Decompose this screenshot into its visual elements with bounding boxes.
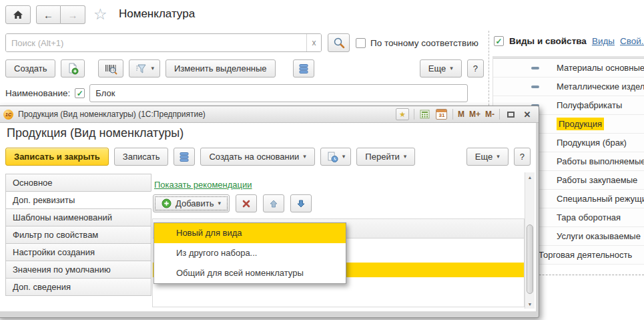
close-button[interactable]: ✕ [521,108,533,120]
tab-dop-rekvizity[interactable]: Доп. реквизиты [5,191,151,209]
side-panel-header: ✓ Виды и свойства Виды Свой... [494,36,644,46]
delete-x-icon [242,199,251,208]
dash-icon [531,86,539,88]
name-filter-input[interactable] [89,84,468,102]
home-button[interactable] [5,5,31,24]
close-icon: ✕ [524,110,531,120]
types-props-checkbox[interactable]: ✓ [494,36,504,46]
calendar-icon: 31 [436,109,447,120]
search-input[interactable] [6,34,306,51]
list-item-label: Услуги оказываемые [557,231,641,241]
exact-match-checkbox[interactable] [356,38,366,48]
filter-icon [135,63,147,74]
forward-icon: → [68,9,78,21]
save-and-close-button[interactable]: Записать и закрыть [5,148,109,166]
save-and-close-label: Записать и закрыть [14,152,100,162]
memory-mminus-button[interactable]: M- [485,110,495,119]
create-based-on-label: Создать на основании [209,152,299,162]
scroll-down-arrow[interactable]: ▼ [525,299,535,309]
search-button[interactable] [328,33,350,52]
scrollbar-thumb[interactable] [527,224,533,294]
create-based-on-button[interactable]: Создать на основании ▾ [200,148,314,166]
copy-history-button[interactable]: ▾ [320,148,352,166]
save-label: Записать [123,152,160,162]
menu-item-new-for-type[interactable]: Новый для вида [154,223,346,243]
tab-osnovnoe[interactable]: Основное [5,174,151,192]
search-icon [333,37,345,49]
add-favorite-button[interactable]: ★ [396,108,409,120]
move-up-button[interactable] [263,194,284,212]
tab-shablony-naimenovaniy[interactable]: Шаблоны наименований [5,208,151,226]
list-item-label: Материалы основные [557,63,644,73]
tab-filtr-po-svoystvam[interactable]: Фильтр по свойствам [5,226,151,244]
calendar-button[interactable]: 31 [436,108,448,120]
clear-search-button[interactable]: x [306,34,321,51]
panel-separator [489,31,489,106]
forward-button[interactable]: → [61,5,85,24]
list-settings-button[interactable] [174,148,195,166]
add-dropdown-menu: Новый для вида Из другого набора... Общи… [153,222,346,284]
modal-content: Продукция (Вид номенклатуры) Записать и … [0,123,536,311]
app-root: ← → ☆ Номенклатура x По точному соответс… [0,0,644,320]
memory-m-button[interactable]: M [458,110,464,119]
edit-selected-label: Изменить выделенные [174,63,267,73]
modal-tabs: Основное Доп. реквизиты Шаблоны наименов… [5,174,151,296]
menu-item-from-other-set[interactable]: Из другого набора... [154,243,346,263]
more-button[interactable]: Еще ▾ [420,59,462,77]
history-nav: ← → [36,5,85,24]
list-item[interactable]: Материалы основные [493,59,644,77]
goto-button[interactable]: Перейти ▾ [356,148,415,166]
modal-titlebar[interactable]: 1С Продукция (Вид номенклатуры) (1С:Пред… [0,106,539,123]
chevron-down-icon: ▾ [497,154,500,160]
maximize-button[interactable] [505,108,517,120]
properties-link[interactable]: Свой... [620,36,644,46]
move-down-button[interactable] [290,194,312,212]
back-button[interactable]: ← [36,5,61,24]
1c-logo-icon: 1С [3,110,13,120]
titlebar-separator [452,109,453,120]
more-button[interactable]: Еще ▾ [466,148,509,166]
check-icon: ✓ [495,37,502,45]
document-clock-icon [326,151,338,163]
help-button[interactable]: ? [514,148,531,166]
chevron-down-icon: ▾ [303,154,306,160]
vertical-scrollbar[interactable]: ▲ ▼ [525,172,535,309]
name-filter-checkbox[interactable]: ✓ [75,88,85,98]
create-group-button[interactable] [61,59,85,77]
memory-mplus-button[interactable]: M+ [469,110,480,119]
search-box: x [5,33,322,52]
favorite-star-icon[interactable]: ☆ [93,5,107,23]
modal-toolbar: Записать и закрыть Записать [5,148,531,166]
list-settings-button[interactable] [293,59,314,77]
filter-button[interactable]: ▾ [129,59,160,77]
edit-selected-button[interactable]: Изменить выделенные [166,59,276,77]
list-item-label: Работы выполняемые [557,156,644,166]
help-button[interactable]: ? [467,59,484,77]
name-filter-row: Наименование: ✓ [5,84,468,102]
menu-item-common-for-all[interactable]: Общий для всей номенклатуры [154,263,346,283]
chevron-down-icon: ▾ [450,65,453,71]
save-button[interactable]: Записать [114,148,169,166]
arrow-down-icon [296,199,306,208]
add-label: Добавить [176,198,214,208]
delete-button[interactable] [236,194,257,212]
add-button[interactable]: Добавить ▾ [153,194,230,212]
tab-znacheniya-po-umolchaniyu[interactable]: Значения по умолчанию [5,261,151,279]
list-item[interactable]: Металлические издели [493,77,644,96]
barcode-icon [104,63,117,75]
check-icon: ✓ [77,90,83,98]
list-item-label: Металлические издели [557,82,644,92]
list-item-label: Специальный режущи [557,194,644,204]
tab-dop-svedeniya[interactable]: Доп. сведения [5,278,151,296]
list-item-label: Продукция [557,118,604,130]
page-title: Номенклатура [119,7,195,21]
barcode-scan-button[interactable] [98,59,123,77]
types-link[interactable]: Виды [592,36,615,46]
star-icon: ★ [399,110,406,119]
tab-nastroyki-sozdaniya[interactable]: Настройки создания [5,243,151,261]
create-button[interactable]: Создать [5,59,55,77]
attributes-toolbar: Добавить ▾ [153,194,312,212]
show-recommendations-link[interactable]: Показать рекомендации [154,180,252,190]
scroll-up-arrow[interactable]: ▲ [525,172,535,182]
calculator-button[interactable] [419,108,431,120]
